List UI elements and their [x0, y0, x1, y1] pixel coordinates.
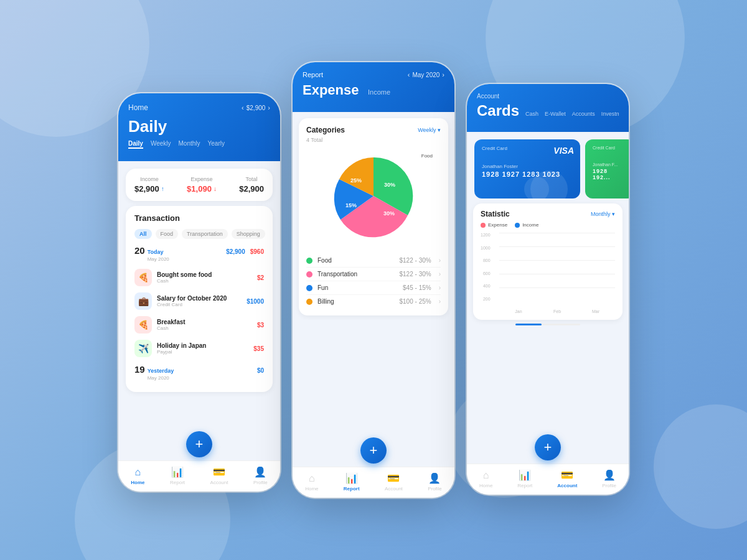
home-tabs: Daily Weekly Monthly Yearly — [128, 140, 270, 149]
trans-name-holiday: Holiday in Japan — [157, 342, 248, 349]
cards-scroll: Credit Card VISA Jonathan Foster 1928 19… — [467, 132, 629, 203]
report-nav-icon-2: 📊 — [345, 472, 358, 484]
tab-yearly[interactable]: Yearly — [208, 140, 225, 149]
prev-month-icon[interactable]: ‹ — [242, 104, 244, 111]
tab-cash[interactable]: Cash — [525, 111, 538, 117]
filter-shopping[interactable]: Shopping — [232, 229, 265, 239]
card-circle-2 — [524, 177, 549, 198]
report-nav-label-3: Report — [517, 483, 532, 488]
card-type-2: Credit Card — [593, 146, 627, 150]
nav-account-3[interactable]: 💳 Account — [557, 469, 577, 488]
tab-weekly[interactable]: Weekly — [151, 140, 171, 149]
tab-accounts[interactable]: Accounts — [572, 111, 595, 117]
nav-report-2[interactable]: 📊 Report — [344, 472, 360, 492]
legend-expense: Expense — [481, 222, 507, 228]
report-nav-label-2: Report — [344, 486, 360, 492]
phone-account: Account Cards Cash E-Wallet Accounts Inv… — [467, 84, 629, 495]
fab-add-account[interactable]: + — [535, 434, 561, 460]
nav-home-3[interactable]: ⌂ Home — [479, 470, 492, 488]
billing-chevron-icon: › — [439, 298, 441, 305]
nav-home-2[interactable]: ⌂ Home — [305, 473, 318, 492]
categories-section: Categories Weekly ▾ 4 Total — [299, 118, 448, 315]
bar-chart-inner: 1200 1000 800 600 400 200 — [481, 233, 615, 314]
breakfast-icon: 🍕 — [134, 316, 152, 334]
trans-sub-holiday: Paypal — [157, 349, 248, 355]
x-label-feb: Feb — [538, 309, 576, 314]
cat-food[interactable]: Food $122 - 30% › — [306, 254, 441, 268]
tab-monthly[interactable]: Monthly — [179, 140, 200, 149]
scrollbar — [515, 324, 580, 325]
y-label-600: 600 — [483, 271, 493, 276]
report-month: May 2020 — [412, 72, 439, 78]
billing-dot — [306, 299, 312, 305]
phones-wrapper: Home ‹ $2,900 › Daily Daily Weekly Month… — [0, 0, 747, 560]
fab-add-home[interactable]: + — [186, 431, 212, 457]
nav-account-2[interactable]: 💳 Account — [385, 472, 403, 492]
card-number-2: 1928 192... — [593, 168, 627, 180]
tab-daily[interactable]: Daily — [128, 140, 143, 149]
account-nav-icon-1: 💳 — [213, 466, 225, 478]
trans-name-food: Bought some food — [157, 271, 252, 278]
statistic-period[interactable]: Monthly ▾ — [591, 211, 615, 217]
holiday-icon: ✈️ — [134, 340, 152, 357]
stat-legend: Expense Income — [481, 222, 615, 228]
transaction-title: Transaction — [134, 213, 264, 223]
income-tab[interactable]: Income — [368, 88, 390, 96]
weekly-filter[interactable]: Weekly ▾ — [418, 127, 441, 133]
trans-name-salary: Salary for October 2020 — [157, 295, 242, 302]
fun-chevron-icon: › — [439, 284, 441, 291]
grid-800 — [499, 260, 615, 261]
trans-sub-food: Cash — [157, 278, 252, 284]
day-number-20: 20 — [134, 245, 145, 256]
y-label-1000: 1000 — [481, 246, 493, 250]
day-label-today: Today — [148, 249, 164, 255]
report-nav-label-1: Report — [170, 480, 185, 485]
credit-card-1[interactable]: Credit Card VISA Jonathan Foster 1928 19… — [474, 139, 580, 198]
report-nav-icon-1: 📊 — [171, 466, 184, 478]
nav-report-1[interactable]: 📊 Report — [170, 466, 185, 485]
nav-profile-2[interactable]: 👤 Profile — [428, 472, 442, 492]
visa-icon: VISA — [553, 146, 574, 156]
bar-chart: 1200 1000 800 600 400 200 — [481, 233, 615, 314]
home-nav-label-3: Home — [479, 483, 492, 488]
income-summary: Income $2,900 ↑ — [134, 176, 164, 194]
filter-all[interactable]: All — [134, 229, 152, 239]
nav-home[interactable]: ⌂ Home — [131, 467, 144, 485]
home-header: Home ‹ $2,900 › Daily Daily Weekly Month… — [118, 93, 280, 161]
nav-profile-1[interactable]: 👤 Profile — [253, 466, 268, 485]
next-month-icon[interactable]: › — [268, 104, 270, 111]
pie-chart-container: 30% 30% 15% 25% Food — [324, 148, 423, 248]
account-nav-icon-2: 💳 — [387, 472, 400, 484]
nav-profile-3[interactable]: 👤 Profile — [602, 469, 616, 488]
filter-food[interactable]: Food — [156, 229, 179, 239]
report-prev-icon[interactable]: ‹ — [408, 71, 410, 78]
transaction-section: Transaction All Food Transportation Shop… — [126, 206, 273, 392]
tab-investments[interactable]: Investme... — [601, 111, 619, 117]
filter-transportation[interactable]: Transportation — [182, 229, 228, 239]
grid-1200 — [499, 233, 615, 233]
day-income-20: $2,900 — [226, 248, 245, 255]
fab-add-report[interactable]: + — [360, 437, 387, 464]
report-header: Report ‹ May 2020 › Expense Income — [293, 62, 454, 112]
home-nav-label-2: Home — [305, 486, 318, 492]
nav-report-3[interactable]: 📊 Report — [517, 469, 532, 488]
cat-billing[interactable]: Billing $100 - 25% › — [306, 295, 441, 308]
nav-account-1[interactable]: 💳 Account — [210, 466, 228, 485]
tab-ewallet[interactable]: E-Wallet — [545, 111, 566, 117]
cat-transportation[interactable]: Transportation $122 - 30% › — [306, 268, 441, 281]
home-nav-icon-2: ⌂ — [309, 473, 315, 484]
day-yesterday: 19 Yesterday May 2020 $0 — [134, 364, 264, 381]
pie-chart: 30% 30% 15% 25% — [324, 148, 423, 245]
trans-sub-salary: Credit Card — [157, 302, 242, 307]
home-nav-label: Home — [131, 480, 144, 485]
day-expense-20: $960 — [250, 248, 264, 255]
expense-summary: Expense $1,090 ↓ — [187, 176, 217, 194]
credit-card-2[interactable]: Credit Card Jonathan F... 1928 192... — [585, 139, 629, 198]
cat-fun[interactable]: Fun $45 - 15% › — [306, 281, 441, 295]
cards-title: Cards — [477, 102, 519, 119]
home-bottom-nav: ⌂ Home 📊 Report 💳 Account 👤 Profile — [118, 460, 280, 492]
home-body: Income $2,900 ↑ Expense $1,090 ↓ — [118, 161, 280, 472]
report-next-icon[interactable]: › — [442, 71, 444, 78]
profile-nav-icon-2: 👤 — [428, 472, 441, 484]
profile-nav-label-2: Profile — [428, 486, 442, 492]
